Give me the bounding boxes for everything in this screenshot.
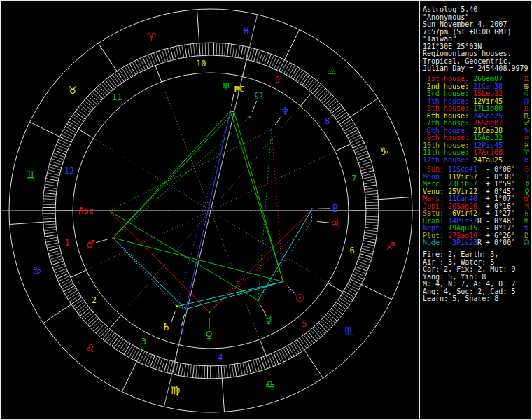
house-number-7: 7 bbox=[351, 174, 356, 183]
planet-row: Satu:6Vir42+ 1°27'♄ bbox=[423, 210, 531, 218]
house-cusp-tick bbox=[71, 270, 87, 278]
degree-tick bbox=[232, 44, 234, 57]
degree-tick bbox=[224, 365, 225, 378]
degree-tick bbox=[48, 167, 60, 170]
degree-tick bbox=[321, 92, 330, 102]
degree-tick bbox=[364, 182, 377, 184]
degree-tick bbox=[43, 227, 56, 228]
house-number-6: 6 bbox=[349, 246, 354, 255]
aspect-line-sun-neptune bbox=[272, 130, 284, 282]
degree-tick bbox=[360, 251, 372, 255]
sign-boundary bbox=[122, 361, 136, 391]
aspect-line-mars-saturn bbox=[113, 238, 176, 307]
planet-icon: ♆ bbox=[524, 224, 530, 232]
planet-glyph-saturn: ♄ bbox=[162, 321, 171, 333]
degree-tick bbox=[43, 199, 56, 200]
house-cusp-value: 26Gem07 bbox=[473, 76, 503, 83]
degree-tick bbox=[132, 62, 138, 74]
degree-tick bbox=[293, 69, 300, 79]
degree-tick bbox=[335, 110, 345, 118]
degree-tick bbox=[60, 136, 71, 142]
pointer-jupiter bbox=[317, 221, 329, 223]
degree-tick bbox=[139, 351, 145, 363]
degree-tick bbox=[313, 84, 321, 94]
header-text: "Anonymous" bbox=[423, 13, 469, 21]
degree-tick bbox=[235, 45, 237, 57]
degree-tick bbox=[43, 192, 56, 194]
aspect-line-jupiter-pluto bbox=[312, 209, 312, 220]
degree-tick bbox=[365, 197, 378, 198]
house-cusp-tick bbox=[260, 340, 266, 356]
degree-tick bbox=[142, 353, 147, 364]
aspect-line-sun-mc bbox=[234, 112, 284, 282]
house-number-9: 9 bbox=[275, 75, 280, 85]
degree-tick bbox=[49, 253, 61, 257]
degree-tick bbox=[276, 351, 281, 363]
planet-row: Nept:19Aqu15- 0°17'♆ bbox=[423, 225, 531, 232]
degree-tick bbox=[361, 167, 373, 171]
degree-tick bbox=[68, 293, 78, 300]
sign-glyph-taurus: ♉ bbox=[68, 84, 77, 97]
degree-tick bbox=[348, 284, 359, 290]
house-number-12: 12 bbox=[64, 166, 74, 176]
aspect-dot-pluto bbox=[312, 208, 314, 210]
degree-tick bbox=[59, 139, 70, 145]
planet-position-value: 6Vir42 bbox=[448, 210, 477, 218]
planet-position-value: 3Pis23 bbox=[448, 239, 477, 247]
sign-boundary bbox=[222, 378, 224, 412]
degree-tick bbox=[234, 364, 237, 377]
degree-tick bbox=[338, 300, 349, 307]
panel-divider bbox=[419, 1, 420, 419]
house-label: 3rd house: bbox=[423, 90, 469, 98]
degree-tick bbox=[340, 298, 350, 305]
chart-wheel: ♈♉♊♋♌♍♎♏♐♑♒♓123456789101112☉☽☿♀♂♃♄♅♆♇☊As… bbox=[1, 1, 421, 420]
sign-glyph-scorpio: ♏ bbox=[344, 325, 354, 337]
sign-boundary bbox=[10, 222, 43, 224]
degree-tick bbox=[293, 343, 300, 354]
degree-tick bbox=[122, 68, 129, 78]
degree-tick bbox=[80, 308, 90, 316]
degree-tick bbox=[365, 230, 377, 232]
degree-tick bbox=[222, 43, 223, 56]
degree-tick bbox=[114, 338, 121, 349]
planet-icon: ♂ bbox=[524, 195, 530, 202]
degree-tick bbox=[221, 365, 222, 378]
degree-tick bbox=[46, 176, 59, 178]
degree-tick bbox=[316, 325, 325, 334]
degree-tick bbox=[216, 43, 217, 55]
header-text: Regiomontanus houses. bbox=[423, 50, 511, 57]
degree-tick bbox=[129, 346, 135, 358]
degree-tick bbox=[365, 190, 377, 192]
sign-boundary bbox=[378, 197, 412, 199]
degree-tick bbox=[200, 43, 200, 56]
degree-tick bbox=[351, 140, 363, 146]
degree-tick bbox=[312, 328, 321, 338]
degree-tick bbox=[47, 173, 59, 176]
house-row: 7th house:26Sag07♐ bbox=[423, 120, 531, 127]
degree-tick bbox=[94, 322, 103, 331]
degree-tick bbox=[69, 121, 79, 128]
degree-tick bbox=[366, 219, 379, 220]
degree-tick bbox=[218, 366, 219, 379]
degree-tick bbox=[71, 116, 82, 123]
house-row: 5th house:17Lib00♎ bbox=[423, 105, 531, 113]
degree-tick bbox=[326, 315, 335, 323]
aspect-line-mercury-neptune bbox=[258, 130, 272, 300]
aspect-line-sun-uranus bbox=[230, 111, 283, 282]
degree-tick bbox=[328, 101, 338, 109]
daily-motion-value: + 0°00' bbox=[486, 239, 515, 247]
house-cusp-tick bbox=[300, 92, 312, 106]
degree-tick bbox=[167, 360, 170, 372]
house-row: 12th house:24Tau25♉ bbox=[423, 157, 531, 164]
degree-tick bbox=[188, 44, 189, 57]
house-number-3: 3 bbox=[141, 337, 146, 346]
degree-tick bbox=[341, 120, 351, 127]
aspect-line-mars-node bbox=[113, 117, 250, 238]
degree-tick bbox=[77, 109, 87, 117]
degree-tick bbox=[326, 99, 335, 107]
degree-tick bbox=[173, 47, 176, 59]
planet-row: Merc:23Lib57+ 1°59'☿ bbox=[423, 181, 531, 188]
degree-tick bbox=[237, 364, 239, 377]
degree-tick bbox=[333, 108, 343, 115]
sign-glyph-leo: ♌ bbox=[85, 342, 94, 355]
